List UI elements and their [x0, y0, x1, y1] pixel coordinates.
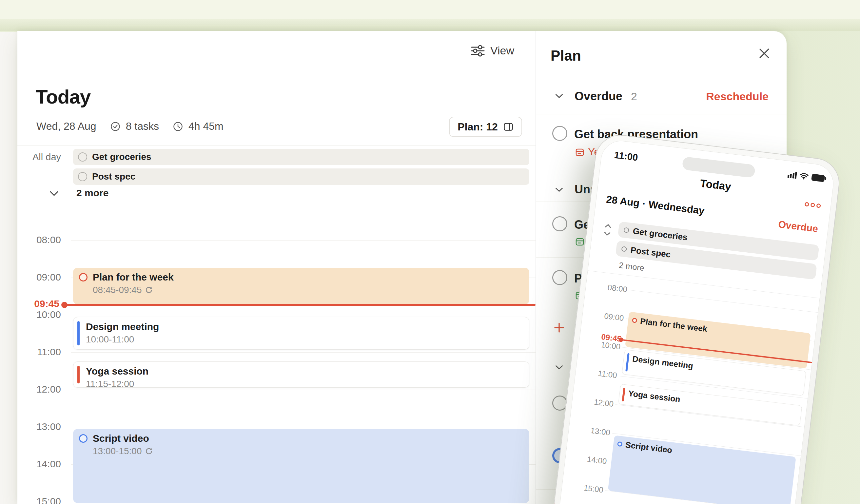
event-title: Yoga session [86, 366, 148, 377]
allday-more-label[interactable]: 2 more [76, 187, 109, 199]
background-top-strip [0, 0, 860, 19]
calendar-day-view: View Today Wed, 28 Aug 8 tasks 4h 45m Pl… [17, 31, 535, 504]
plan-count-label: Plan: 12 [458, 121, 498, 133]
phone-allday-label: Get groceries [632, 226, 688, 243]
phone-time-label: 13:00 [569, 423, 611, 437]
event-title: Yoga session [628, 389, 681, 404]
allday-label: All day [32, 152, 61, 162]
event-color-bar [77, 321, 80, 345]
phone-time-label: 14:00 [565, 452, 607, 466]
phone-status-time: 11:00 [614, 149, 639, 163]
grid-line [71, 390, 535, 390]
allday-task-label: Get groceries [92, 152, 152, 162]
repeat-icon [144, 286, 153, 294]
calendar-icon [575, 147, 585, 157]
chevron-down-icon[interactable] [555, 187, 563, 193]
event-title: Script video [93, 433, 149, 444]
phone-overdue-badge: Overdue [778, 219, 819, 234]
phone-time-label: 15:00 [562, 481, 604, 495]
row-divider [536, 114, 787, 114]
phone-current-time-dot [618, 337, 624, 343]
tasks-count-label: 8 tasks [126, 120, 159, 132]
task-checkbox[interactable] [78, 153, 87, 161]
phone-more-label: 2 more [618, 260, 645, 273]
time-label: 10:00 [17, 309, 61, 320]
event-time: 11:15-12:00 [86, 379, 134, 389]
battery-icon [811, 174, 825, 182]
event-yoga-session[interactable]: Yoga session 11:15-12:00 [73, 361, 529, 388]
event-time: 08:45-09:45 [93, 285, 142, 295]
event-title: Design meeting [632, 354, 693, 371]
background-shade [0, 19, 860, 31]
time-label: 14:00 [17, 459, 61, 470]
task-checkbox [624, 227, 629, 233]
plus-icon [553, 321, 565, 334]
task-checkbox[interactable] [552, 126, 567, 141]
allday-top-divider [17, 145, 535, 145]
section-overdue-label[interactable]: Overdue [575, 89, 622, 103]
sliders-icon [470, 45, 485, 57]
grid-line [71, 427, 535, 427]
time-label: 13:00 [17, 421, 61, 432]
task-checkbox[interactable] [78, 172, 87, 181]
wifi-icon [799, 172, 809, 180]
grid-line [71, 315, 535, 315]
event-color-bar [77, 366, 80, 384]
time-label: 08:00 [17, 234, 61, 245]
chevron-down-icon[interactable] [555, 93, 563, 99]
current-time-label: 09:45 [17, 298, 59, 309]
plan-count-button[interactable]: Plan: 12 [449, 117, 522, 137]
event-script-video[interactable]: Script video 13:00-15:00 [73, 429, 529, 503]
task-checkbox[interactable] [552, 216, 567, 231]
reorder-icon [602, 222, 613, 237]
time-label: 15:00 [17, 496, 61, 504]
view-button-label: View [490, 44, 514, 57]
allday-bottom-divider [17, 203, 535, 203]
event-time: 13:00-15:00 [93, 446, 142, 457]
date-label: Wed, 28 Aug [37, 120, 96, 132]
time-label: 09:00 [17, 272, 61, 283]
close-icon[interactable] [757, 46, 772, 61]
event-checkbox[interactable] [79, 434, 87, 443]
chevron-down-icon[interactable] [555, 365, 563, 370]
phone-time-label: 11:00 [575, 366, 617, 380]
overdue-count: 2 [631, 90, 637, 103]
time-gutter-line [71, 145, 71, 504]
phone-event-script-video: Script video [608, 435, 796, 504]
event-title: Design meeting [86, 321, 159, 332]
task-checkbox[interactable] [552, 270, 567, 285]
task-checkbox [621, 246, 627, 252]
event-title: Script video [625, 440, 673, 455]
event-title: Plan for the week [640, 316, 708, 334]
allday-task-get-groceries[interactable]: Get groceries [73, 149, 529, 165]
phone-time-label: 09:00 [582, 309, 624, 323]
allday-task-label: Post spec [92, 171, 135, 182]
current-time-line [66, 304, 535, 306]
clock-icon [173, 121, 183, 132]
event-plan-for-the-week[interactable]: Plan for the week 08:45-09:45 [73, 268, 529, 304]
date-meta-row: Wed, 28 Aug 8 tasks 4h 45m [37, 120, 224, 132]
grid-line [629, 290, 818, 313]
view-button[interactable]: View [470, 44, 514, 57]
calendar-icon [575, 236, 585, 246]
phone-screen: 11:00 Today 28 Aug · Wednesday Overdue G… [550, 139, 835, 504]
event-time: 10:00-11:00 [86, 334, 134, 345]
phone-time-label: 12:00 [572, 395, 614, 409]
phone-date-heading: 28 Aug · Wednesday [606, 194, 705, 217]
side-panel-icon [503, 121, 514, 132]
page-title: Today [36, 86, 90, 108]
check-circle-icon [110, 121, 120, 132]
time-label: 11:00 [17, 346, 61, 358]
repeat-icon [144, 447, 153, 456]
collapse-chevron-icon[interactable] [49, 190, 59, 197]
panel-title: Plan [550, 47, 581, 64]
event-design-meeting[interactable]: Design meeting 10:00-11:00 [73, 317, 529, 350]
grid-line [71, 240, 535, 241]
reschedule-button[interactable]: Reschedule [706, 90, 769, 103]
allday-task-post-spec[interactable]: Post spec [73, 169, 529, 185]
current-time-dot [61, 302, 68, 308]
event-checkbox [617, 442, 623, 447]
event-checkbox[interactable] [79, 273, 87, 282]
phone-allday-label: Post spec [630, 245, 671, 260]
event-title: Plan for the week [93, 272, 174, 283]
